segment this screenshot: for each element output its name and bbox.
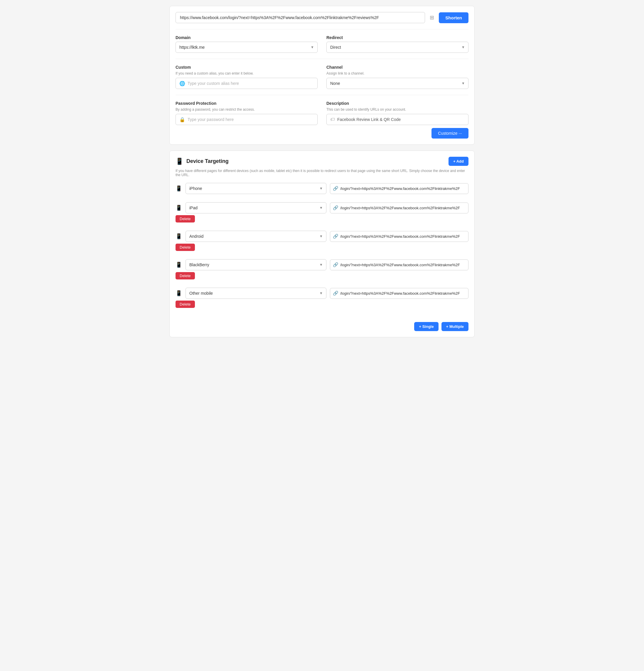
shorten-button[interactable]: Shorten bbox=[439, 12, 468, 23]
channel-hint: Assign link to a channel. bbox=[326, 71, 468, 75]
customize-button[interactable]: Customize ··· bbox=[431, 128, 468, 139]
tag-icon: 🏷 bbox=[330, 117, 335, 122]
delete-button-ipad[interactable]: Delete bbox=[176, 215, 195, 223]
device-url-input-blackberry[interactable] bbox=[330, 259, 468, 270]
description-label: Description bbox=[326, 101, 468, 106]
delete-button-android[interactable]: Delete bbox=[176, 244, 195, 251]
channel-label: Channel bbox=[326, 65, 468, 69]
description-hint: This can be used to identify URLs on you… bbox=[326, 107, 468, 112]
password-field: Password Protection By adding a password… bbox=[176, 101, 318, 125]
add-device-button[interactable]: + Add bbox=[449, 157, 468, 166]
delete-button-other-mobile[interactable]: Delete bbox=[176, 301, 195, 308]
redirect-field: Redirect Direct ▼ bbox=[326, 35, 468, 53]
device-url-input-iphone[interactable] bbox=[330, 183, 468, 194]
lock-icon: 🔒 bbox=[179, 117, 185, 123]
channel-select[interactable]: None bbox=[326, 78, 468, 89]
redirect-select[interactable]: Direct bbox=[326, 42, 468, 53]
globe-icon: 🌐 bbox=[179, 81, 185, 86]
custom-label: Custom bbox=[176, 65, 318, 69]
custom-hint: If you need a custom alias, you can ente… bbox=[176, 71, 318, 75]
device-url-input-android[interactable] bbox=[330, 231, 468, 242]
description-field: Description This can be used to identify… bbox=[326, 101, 468, 125]
device-select-blackberry[interactable]: iPhoneiPadAndroidBlackBerryOther mobileW… bbox=[186, 259, 326, 270]
device-entry-android: 📱iPhoneiPadAndroidBlackBerryOther mobile… bbox=[176, 231, 468, 251]
domain-select[interactable]: https://lktk.me bbox=[176, 42, 318, 53]
domain-label: Domain bbox=[176, 35, 318, 40]
custom-field: Custom If you need a custom alias, you c… bbox=[176, 65, 318, 89]
device-targeting-title: Device Targeting bbox=[186, 158, 229, 164]
redirect-label: Redirect bbox=[326, 35, 468, 40]
device-phone-icon: 📱 bbox=[176, 290, 182, 296]
device-targeting-icon: 📱 bbox=[176, 157, 184, 165]
device-phone-icon: 📱 bbox=[176, 185, 182, 192]
channel-field: Channel Assign link to a channel. None ▼ bbox=[326, 65, 468, 89]
device-select-ipad[interactable]: iPhoneiPadAndroidBlackBerryOther mobileW… bbox=[186, 202, 326, 213]
custom-alias-input[interactable] bbox=[188, 78, 314, 89]
device-select-android[interactable]: iPhoneiPadAndroidBlackBerryOther mobileW… bbox=[186, 231, 326, 242]
device-entry-blackberry: 📱iPhoneiPadAndroidBlackBerryOther mobile… bbox=[176, 259, 468, 279]
multiple-button[interactable]: + Multiple bbox=[441, 322, 468, 331]
device-phone-icon: 📱 bbox=[176, 205, 182, 211]
url-input[interactable] bbox=[176, 12, 425, 23]
device-phone-icon: 📱 bbox=[176, 233, 182, 240]
delete-button-blackberry[interactable]: Delete bbox=[176, 272, 195, 279]
domain-field: Domain https://lktk.me ▼ bbox=[176, 35, 318, 53]
grid-icon: ⊞ bbox=[428, 13, 436, 23]
device-select-other-mobile[interactable]: iPhoneiPadAndroidBlackBerryOther mobileW… bbox=[186, 288, 326, 299]
device-targeting-description: If you have different pages for differen… bbox=[176, 169, 468, 177]
device-phone-icon: 📱 bbox=[176, 262, 182, 268]
password-hint: By adding a password, you can restrict t… bbox=[176, 107, 318, 112]
device-entry-iphone: 📱iPhoneiPadAndroidBlackBerryOther mobile… bbox=[176, 183, 468, 194]
description-input[interactable] bbox=[337, 114, 465, 125]
device-url-input-ipad[interactable] bbox=[330, 203, 468, 213]
device-url-input-other-mobile[interactable] bbox=[330, 288, 468, 299]
device-entry-other-mobile: 📱iPhoneiPadAndroidBlackBerryOther mobile… bbox=[176, 288, 468, 308]
password-label: Password Protection bbox=[176, 101, 318, 106]
single-button[interactable]: + Single bbox=[414, 322, 438, 331]
device-select-iphone[interactable]: iPhoneiPadAndroidBlackBerryOther mobileW… bbox=[186, 183, 326, 194]
device-entry-ipad: 📱iPhoneiPadAndroidBlackBerryOther mobile… bbox=[176, 202, 468, 223]
device-targeting-section: 📱 Device Targeting + Add If you have dif… bbox=[169, 151, 475, 337]
password-input[interactable] bbox=[188, 114, 314, 125]
